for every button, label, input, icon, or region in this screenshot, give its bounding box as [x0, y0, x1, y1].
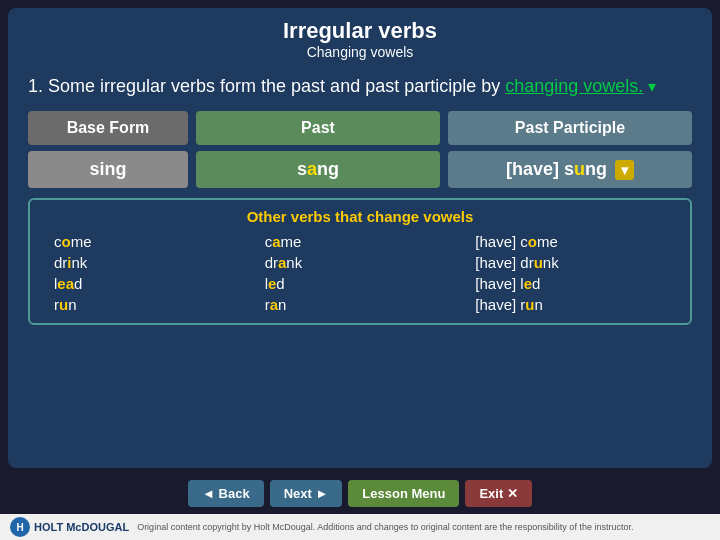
- row4-participle: [have] run: [465, 294, 676, 315]
- footer-logo: H HOLT McDOUGAL: [10, 517, 129, 537]
- row4-past: ran: [255, 294, 466, 315]
- table-row: run ran [have] run: [44, 294, 676, 315]
- row1-past: came: [255, 231, 466, 252]
- col-base-header: Base Form: [28, 111, 188, 145]
- col-participle-header: Past Participle: [448, 111, 692, 145]
- row2-base: drink: [44, 252, 255, 273]
- row3-participle: [have] led: [465, 273, 676, 294]
- logo-icon: H: [10, 517, 30, 537]
- example-row: sing sang [have] sung ▾: [28, 151, 692, 188]
- other-verbs-title: Other verbs that change vowels: [44, 208, 676, 225]
- past-before: s: [297, 159, 307, 179]
- example-participle: [have] sung ▾: [448, 151, 692, 188]
- verb-table: come came [have] come drink drank [have]…: [44, 231, 676, 315]
- col-past-header: Past: [196, 111, 440, 145]
- main-title: Irregular verbs: [28, 18, 692, 44]
- intro-arrow: ▾: [648, 78, 656, 95]
- brand-text: HOLT McDOUGAL: [34, 521, 129, 533]
- changing-vowels-text: changing vowels.: [505, 76, 643, 96]
- row2-past: drank: [255, 252, 466, 273]
- footer-legal: Original content copyright by Holt McDou…: [137, 522, 710, 532]
- row3-base: lead: [44, 273, 255, 294]
- participle-dropdown[interactable]: ▾: [615, 160, 634, 180]
- participle-after: ng: [585, 159, 607, 180]
- past-after: ng: [317, 159, 339, 179]
- example-base: sing: [28, 151, 188, 188]
- bottom-bar: ◄ Back Next ► Lesson Menu Exit ✕: [0, 472, 720, 514]
- title-area: Irregular verbs Changing vowels: [28, 18, 692, 60]
- lesson-menu-button[interactable]: Lesson Menu: [348, 480, 459, 507]
- participle-before: [have] s: [506, 159, 574, 180]
- subtitle: Changing vowels: [28, 44, 692, 60]
- footer-bar: H HOLT McDOUGAL Original content copyrig…: [0, 514, 720, 540]
- back-button[interactable]: ◄ Back: [188, 480, 264, 507]
- table-row: come came [have] come: [44, 231, 676, 252]
- example-past: sang: [196, 151, 440, 188]
- next-button[interactable]: Next ►: [270, 480, 343, 507]
- table-row: lead led [have] led: [44, 273, 676, 294]
- row4-base: run: [44, 294, 255, 315]
- intro-text: 1. Some irregular verbs form the past an…: [28, 74, 692, 99]
- row1-participle: [have] come: [465, 231, 676, 252]
- table-row: drink drank [have] drunk: [44, 252, 676, 273]
- row3-past: led: [255, 273, 466, 294]
- row2-participle: [have] drunk: [465, 252, 676, 273]
- past-highlight: a: [307, 159, 317, 179]
- main-content: Irregular verbs Changing vowels 1. Some …: [8, 8, 712, 468]
- row1-base: come: [44, 231, 255, 252]
- table-header-row: Base Form Past Past Participle: [28, 111, 692, 145]
- exit-button[interactable]: Exit ✕: [465, 480, 531, 507]
- other-verbs-box: Other verbs that change vowels come came…: [28, 198, 692, 325]
- participle-highlight: u: [574, 159, 585, 180]
